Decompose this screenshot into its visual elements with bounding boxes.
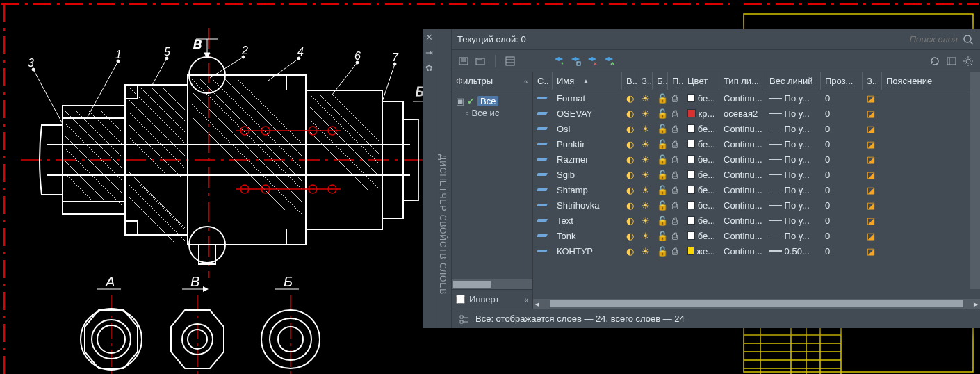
layer-color-cell[interactable]: бе... [683, 231, 719, 241]
bulb-on-icon[interactable]: ◐ [626, 185, 634, 195]
col-plot[interactable]: П.. [668, 72, 683, 90]
newvp-icon[interactable]: ◪ [867, 216, 875, 226]
layer-search-input[interactable] [895, 34, 958, 44]
collapse-filters-icon[interactable]: « [524, 77, 528, 86]
layer-color-cell[interactable]: бе... [683, 93, 719, 104]
lock-open-icon[interactable]: 🔓 [657, 124, 668, 134]
lock-open-icon[interactable]: 🔓 [657, 200, 668, 211]
layer-row[interactable]: Shtrihovka◐☀🔓⎙ бе...Continu... По у...0◪ [533, 197, 980, 213]
col-name[interactable]: Имя ▲ [553, 72, 622, 90]
layer-lineweight-cell[interactable]: По у... [765, 185, 821, 195]
gear-icon[interactable]: ✿ [425, 63, 436, 74]
lock-open-icon[interactable]: 🔓 [657, 93, 668, 104]
sun-icon[interactable]: ☀ [642, 185, 650, 195]
tree-toggle-icon[interactable] [457, 313, 470, 325]
printer-icon[interactable]: ⎙ [672, 216, 678, 226]
layer-row[interactable]: Osi◐☀🔓⎙ бе...Continu... По у...0◪ [533, 121, 980, 136]
layer-color-cell[interactable]: бе... [683, 200, 719, 211]
col-freeze[interactable]: З.. [637, 72, 653, 90]
col-newvp[interactable]: З.. [863, 72, 882, 90]
layer-row[interactable]: КОНТУР◐☀🔓⎙ же...Continu... 0.50...0◪ [533, 243, 980, 259]
layer-name-cell[interactable]: OSEVAY [553, 108, 622, 119]
col-transparency[interactable]: Проз... [821, 72, 863, 90]
sun-icon[interactable]: ☀ [642, 231, 650, 241]
layer-row[interactable]: Razmer◐☀🔓⎙ бе...Continu... По у...0◪ [533, 152, 980, 167]
layer-lineweight-cell[interactable]: По у... [765, 154, 821, 165]
layer-lineweight-cell[interactable]: По у... [765, 108, 821, 119]
layer-color-cell[interactable]: же... [683, 246, 719, 257]
filter-tree-root[interactable]: ▣ ✔ Все [455, 95, 530, 108]
layer-color-cell[interactable]: бе... [683, 216, 719, 226]
col-lineweight[interactable]: Вес линий [765, 72, 821, 90]
layer-lineweight-cell[interactable]: По у... [765, 200, 821, 211]
layer-lineweight-cell[interactable]: По у... [765, 124, 821, 134]
lock-open-icon[interactable]: 🔓 [657, 216, 668, 226]
layer-linetype-cell[interactable]: Continu... [719, 246, 765, 257]
lock-open-icon[interactable]: 🔓 [657, 246, 668, 257]
bulb-on-icon[interactable]: ◐ [626, 170, 634, 180]
search-icon[interactable] [962, 33, 974, 46]
layer-lineweight-cell[interactable]: По у... [765, 93, 821, 104]
newvp-icon[interactable]: ◪ [867, 246, 875, 257]
layer-linetype-cell[interactable]: Continu... [719, 154, 765, 165]
printer-icon[interactable]: ⎙ [672, 124, 678, 134]
layer-transparency-cell[interactable]: 0 [821, 200, 863, 211]
printer-icon[interactable]: ⎙ [672, 231, 678, 241]
refresh-icon[interactable] [929, 55, 941, 67]
printer-icon[interactable]: ⎙ [672, 108, 678, 119]
layer-transparency-cell[interactable]: 0 [821, 216, 863, 226]
printer-icon[interactable]: ⎙ [672, 185, 678, 195]
newvp-icon[interactable]: ◪ [867, 93, 875, 104]
pin-icon[interactable]: ⇥ [425, 47, 436, 58]
layer-row[interactable]: Punktir◐☀🔓⎙ бе...Continu... По у...0◪ [533, 136, 980, 152]
newvp-icon[interactable]: ◪ [867, 231, 875, 241]
layer-linetype-cell[interactable]: Continu... [719, 124, 765, 134]
collapse-invert-icon[interactable]: « [524, 295, 528, 304]
layer-transparency-cell[interactable]: 0 [821, 124, 863, 134]
bulb-on-icon[interactable]: ◐ [626, 139, 634, 149]
set-current-icon[interactable] [603, 55, 615, 67]
options-gear-icon[interactable] [962, 55, 974, 67]
layer-color-cell[interactable]: бе... [683, 139, 719, 149]
layer-name-cell[interactable]: Shtrihovka [553, 200, 622, 211]
printer-icon[interactable]: ⎙ [672, 246, 678, 257]
layer-linetype-cell[interactable]: Continu... [719, 93, 765, 104]
layer-linetype-cell[interactable]: Continu... [719, 170, 765, 180]
layer-row[interactable]: Tonk◐☀🔓⎙ бе...Continu... По у...0◪ [533, 228, 980, 243]
bulb-on-icon[interactable]: ◐ [626, 216, 634, 226]
bulb-on-icon[interactable]: ◐ [626, 246, 634, 257]
layer-linetype-cell[interactable]: Continu... [719, 185, 765, 195]
layer-transparency-cell[interactable]: 0 [821, 170, 863, 180]
layer-color-cell[interactable]: бе... [683, 185, 719, 195]
col-description[interactable]: Пояснение [882, 72, 980, 90]
sun-icon[interactable]: ☀ [642, 139, 650, 149]
bulb-on-icon[interactable]: ◐ [626, 93, 634, 104]
lock-open-icon[interactable]: 🔓 [657, 170, 668, 180]
newvp-icon[interactable]: ◪ [867, 185, 875, 195]
printer-icon[interactable]: ⎙ [672, 170, 678, 180]
col-color[interactable]: Цвет [683, 72, 719, 90]
layer-name-cell[interactable]: Tonk [553, 231, 622, 241]
layer-transparency-cell[interactable]: 0 [821, 108, 863, 119]
bulb-on-icon[interactable]: ◐ [626, 108, 634, 119]
close-icon[interactable]: ✕ [425, 32, 436, 43]
layer-row[interactable]: Shtamp◐☀🔓⎙ бе...Continu... По у...0◪ [533, 182, 980, 197]
sun-icon[interactable]: ☀ [642, 93, 650, 104]
newvp-icon[interactable]: ◪ [867, 139, 875, 149]
layer-transparency-cell[interactable]: 0 [821, 231, 863, 241]
newvp-icon[interactable]: ◪ [867, 170, 875, 180]
layer-lineweight-cell[interactable]: По у... [765, 216, 821, 226]
printer-icon[interactable]: ⎙ [672, 154, 678, 165]
col-lock[interactable]: Б.. [653, 72, 668, 90]
lock-open-icon[interactable]: 🔓 [657, 185, 668, 195]
filter-hscroll[interactable] [452, 279, 532, 289]
newvp-icon[interactable]: ◪ [867, 154, 875, 165]
grid-vscroll[interactable] [970, 72, 980, 289]
layer-color-cell[interactable]: кр... [683, 108, 719, 119]
newvp-icon[interactable]: ◪ [867, 124, 875, 134]
new-layer-icon[interactable] [553, 55, 565, 67]
layer-row[interactable]: Format◐☀🔓⎙ бе...Continu... По у...0◪ [533, 90, 980, 106]
newvp-icon[interactable]: ◪ [867, 200, 875, 211]
layer-transparency-cell[interactable]: 0 [821, 93, 863, 104]
printer-icon[interactable]: ⎙ [672, 93, 678, 104]
